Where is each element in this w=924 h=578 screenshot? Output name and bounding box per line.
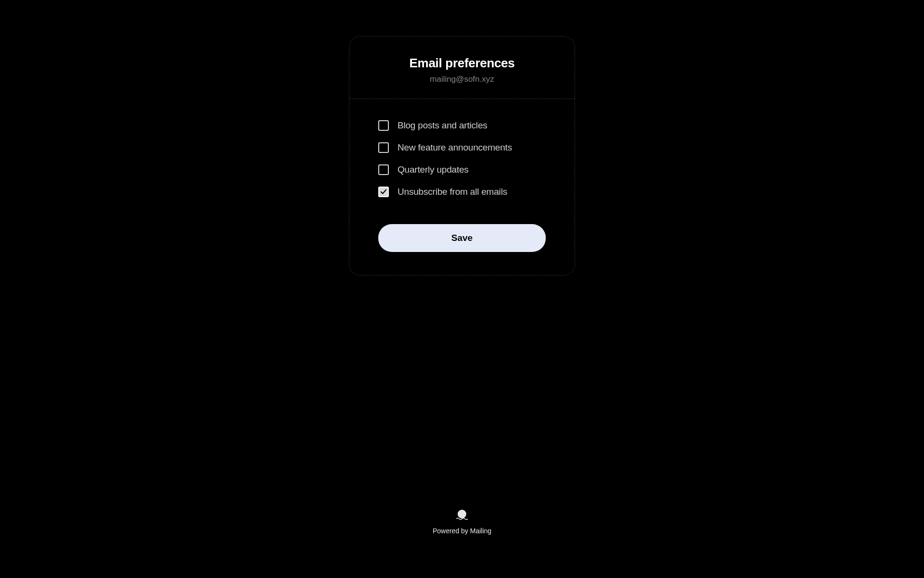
checkbox-label: Unsubscribe from all emails: [398, 187, 507, 197]
mailing-logo-icon: [456, 510, 468, 520]
card-header: Email preferences mailing@sofn.xyz: [349, 37, 575, 99]
checkbox-unsubscribe-all[interactable]: [378, 187, 389, 197]
email-address: mailing@sofn.xyz: [364, 75, 560, 84]
checkbox-label: Blog posts and articles: [398, 120, 488, 131]
wave-icon: [456, 517, 468, 520]
checkbox-quarterly[interactable]: [378, 164, 389, 175]
page-title: Email preferences: [364, 56, 560, 71]
checkbox-row-blog-posts[interactable]: Blog posts and articles: [378, 120, 546, 131]
save-button[interactable]: Save: [378, 224, 546, 252]
checkbox-label: New feature announcements: [398, 142, 512, 153]
footer: Powered by Mailing: [433, 510, 491, 535]
checkbox-row-unsubscribe-all[interactable]: Unsubscribe from all emails: [378, 187, 546, 197]
checkbox-row-quarterly[interactable]: Quarterly updates: [378, 164, 546, 175]
card-body: Blog posts and articles New feature anno…: [349, 99, 575, 275]
checkbox-label: Quarterly updates: [398, 164, 469, 175]
checkbox-new-features[interactable]: [378, 142, 389, 153]
check-icon: [380, 188, 387, 195]
powered-by-text[interactable]: Powered by Mailing: [433, 527, 491, 535]
checkbox-blog-posts[interactable]: [378, 120, 389, 131]
preferences-card: Email preferences mailing@sofn.xyz Blog …: [349, 36, 575, 276]
checkbox-row-new-features[interactable]: New feature announcements: [378, 142, 546, 153]
